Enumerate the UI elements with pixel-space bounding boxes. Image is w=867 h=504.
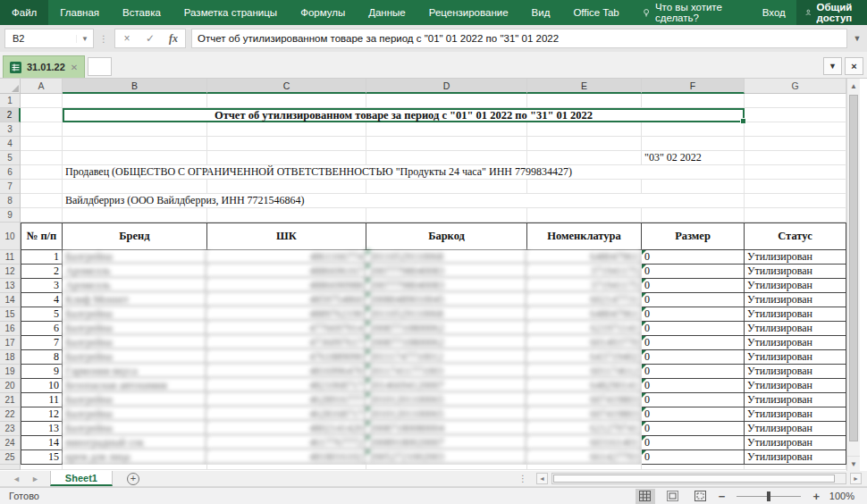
nomenclature-cell-redacted[interactable]: 371941175 <box>527 265 642 279</box>
shk-cell-redacted[interactable]: 4628916777 <box>207 393 366 407</box>
document-tab-active[interactable]: 31.01.22 ✕ <box>3 55 85 78</box>
nomenclature-cell-redacted[interactable]: 648047961 <box>527 307 642 322</box>
row-header-15[interactable]: 15 <box>0 307 21 322</box>
cell[interactable] <box>745 94 846 108</box>
barcode-cell-redacted[interactable]: 20111747710012 <box>366 350 527 365</box>
barcode-cell-redacted[interactable]: 20101201100065 <box>366 407 527 422</box>
brand-cell-redacted[interactable]: Безопасная автохимия <box>63 379 207 393</box>
cell[interactable] <box>527 465 642 470</box>
barcode-cell-redacted[interactable]: 20052721002003 <box>366 450 527 465</box>
zoom-out-icon[interactable]: − <box>719 490 726 503</box>
select-all-corner[interactable] <box>0 79 21 94</box>
table-header-5[interactable]: Номенклатура <box>527 223 642 250</box>
report-title-cell[interactable]: Отчет об утилизированном товаре за перио… <box>63 108 745 122</box>
row-header-2[interactable]: 2 <box>0 108 21 122</box>
worksheet-grid[interactable]: ABCDEFG 12Отчет об утилизированном товар… <box>0 79 846 471</box>
row-header-17[interactable]: 17 <box>0 336 21 350</box>
cell[interactable] <box>63 122 207 137</box>
cell[interactable] <box>207 94 366 108</box>
cell[interactable] <box>745 122 846 137</box>
cell[interactable] <box>207 151 366 165</box>
cell[interactable] <box>642 94 745 108</box>
cell[interactable] <box>642 465 745 470</box>
vertical-scrollbar[interactable]: ▲ ▼ <box>846 79 860 471</box>
status-cell[interactable]: Утилизирован <box>745 350 846 365</box>
cell[interactable] <box>21 208 63 223</box>
nomenclature-cell-redacted[interactable]: 648047961 <box>527 250 642 265</box>
cell[interactable] <box>366 151 527 165</box>
row-num-cell[interactable]: 4 <box>21 293 63 307</box>
brand-cell-redacted[interactable]: виноградный сок <box>63 436 207 450</box>
status-cell[interactable]: Утилизирован <box>745 336 846 350</box>
table-header-6[interactable]: Размер <box>642 223 745 250</box>
row-header-14[interactable]: 14 <box>0 293 21 307</box>
cell[interactable] <box>21 194 63 208</box>
size-cell[interactable]: 0 <box>642 265 745 279</box>
cell[interactable] <box>527 122 642 137</box>
table-header-1[interactable]: № п/п <box>21 223 63 250</box>
nomenclature-cell-redacted[interactable]: 661427793 <box>527 450 642 465</box>
sign-in-button[interactable]: Вход <box>752 0 796 25</box>
cell[interactable] <box>21 122 63 137</box>
barcode-cell-redacted[interactable]: 20087710800062 <box>366 322 527 336</box>
status-cell[interactable]: Утилизирован <box>745 279 846 293</box>
size-cell[interactable]: 0 <box>642 279 745 293</box>
ribbon-tab-9[interactable]: Office Tab <box>561 0 630 25</box>
cell[interactable] <box>745 180 846 194</box>
barcode-cell-redacted[interactable]: 20101201100065 <box>366 393 527 407</box>
name-box-dropdown-icon[interactable]: ▼ <box>76 35 93 43</box>
page-layout-view-button[interactable] <box>663 489 683 504</box>
vertical-scroll-thumb[interactable] <box>849 95 858 441</box>
shk-cell-redacted[interactable]: 4818016102 <box>207 450 366 465</box>
size-cell[interactable]: 0 <box>642 393 745 407</box>
cell[interactable] <box>745 465 846 470</box>
brand-cell-redacted[interactable]: Балгрейна <box>63 336 207 350</box>
brand-cell-redacted[interactable]: Балгрейна <box>63 407 207 422</box>
row-num-cell[interactable]: 1 <box>21 250 63 265</box>
barcode-cell-redacted[interactable]: 20087710800062 <box>366 336 527 350</box>
cell[interactable] <box>63 94 207 108</box>
brand-cell-redacted[interactable]: Аромелль <box>63 265 207 279</box>
ribbon-tab-6[interactable]: Данные <box>357 0 417 25</box>
status-cell[interactable]: Утилизирован <box>745 450 846 465</box>
hscroll-left-icon[interactable]: ◄ <box>536 473 548 484</box>
column-header-A[interactable]: A <box>21 79 63 94</box>
nomenclature-cell-redacted[interactable]: 648290141 <box>527 379 642 393</box>
row-header-3[interactable]: 3 <box>0 122 21 137</box>
normal-view-button[interactable] <box>636 489 655 504</box>
row-num-cell[interactable]: 11 <box>21 393 63 407</box>
row-header-26[interactable] <box>0 465 21 470</box>
barcode-cell-redacted[interactable]: 20080489010045 <box>366 293 527 307</box>
cell[interactable] <box>21 94 63 108</box>
row-header-18[interactable]: 18 <box>0 350 21 365</box>
row-header-12[interactable]: 12 <box>0 265 21 279</box>
brand-cell-redacted[interactable]: Балгрейна <box>63 307 207 322</box>
size-cell[interactable]: 0 <box>642 250 745 265</box>
ribbon-tab-5[interactable]: Формулы <box>289 0 357 25</box>
cell[interactable] <box>366 137 527 151</box>
nomenclature-cell-redacted[interactable]: 607419803 <box>527 407 642 422</box>
cell[interactable] <box>207 208 366 223</box>
row-header-24[interactable]: 24 <box>0 436 21 450</box>
nomenclature-cell-redacted[interactable]: 643719402 <box>527 350 642 365</box>
hscroll-right-icon[interactable]: ► <box>850 473 862 484</box>
brand-cell-redacted[interactable]: Балгрейна <box>63 250 207 265</box>
cell[interactable] <box>366 180 527 194</box>
status-cell[interactable]: Утилизирован <box>745 322 846 336</box>
nomenclature-cell-redacted[interactable]: 621971141 <box>527 322 642 336</box>
status-cell[interactable]: Утилизирован <box>745 436 846 450</box>
status-cell[interactable]: Утилизирован <box>745 307 846 322</box>
shk-cell-redacted[interactable]: 4859754860 <box>207 293 366 307</box>
shk-cell-redacted[interactable]: 4886696167 <box>207 265 366 279</box>
brand-cell-redacted[interactable]: Балгрейна <box>63 393 207 407</box>
row-num-cell[interactable]: 12 <box>21 407 63 422</box>
cell[interactable] <box>366 465 527 470</box>
expand-formula-bar-icon[interactable]: ▼ <box>847 34 867 43</box>
barcode-cell-redacted[interactable]: 20110529110068 <box>366 250 527 265</box>
document-tab-close-icon[interactable]: ✕ <box>71 63 78 72</box>
status-cell[interactable]: Утилизирован <box>745 407 846 422</box>
row-header-8[interactable]: 8 <box>0 194 21 208</box>
ribbon-tab-3[interactable]: Вставка <box>111 0 173 25</box>
row-num-cell[interactable]: 6 <box>21 322 63 336</box>
nomenclature-cell-redacted[interactable]: 621279741 <box>527 422 642 436</box>
